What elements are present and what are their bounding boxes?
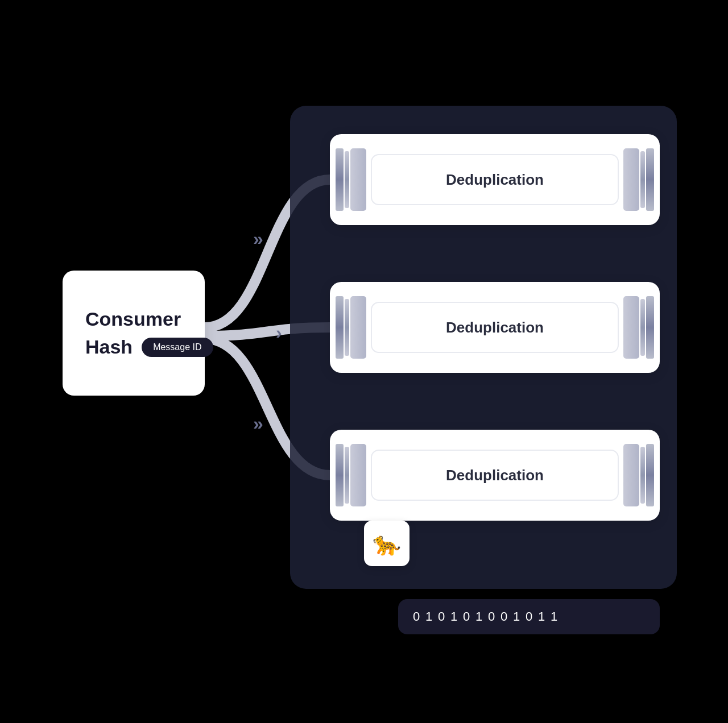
consumer-box: Consumer Hash Message ID xyxy=(63,271,205,396)
bit-2: 0 xyxy=(437,609,446,624)
svg-text:›: › xyxy=(276,322,282,343)
dumbbell-right-3 xyxy=(623,444,654,506)
queue-inner-1: Deduplication xyxy=(330,148,660,211)
bit-6: 0 xyxy=(487,609,496,624)
dedup-box-2: Deduplication xyxy=(371,302,619,353)
queue-card-3: Deduplication xyxy=(330,430,660,521)
db-body-2 xyxy=(350,296,366,359)
cheetah-icon: 🐆 xyxy=(364,521,410,566)
svg-text:»: » xyxy=(253,413,263,434)
svg-text:»: » xyxy=(253,228,263,249)
db-bar-outer-r xyxy=(646,148,654,211)
bit-9: 0 xyxy=(524,609,533,624)
dedup-box-3: Deduplication xyxy=(371,450,619,501)
db-bar-2r xyxy=(640,299,645,356)
bit-5: 1 xyxy=(474,609,483,624)
bit-8: 1 xyxy=(512,609,521,624)
hash-row: Hash Message ID xyxy=(85,336,213,358)
bit-4: 0 xyxy=(462,609,471,624)
db-bar-outer xyxy=(336,148,344,211)
bit-0: 0 xyxy=(412,609,421,624)
message-id-badge: Message ID xyxy=(142,338,213,357)
dedup-label-2: Deduplication xyxy=(446,319,544,336)
queue-card-1: Deduplication xyxy=(330,134,660,225)
dumbbell-right-1 xyxy=(623,148,654,211)
dedup-label-3: Deduplication xyxy=(446,467,544,484)
dumbbell-left-1 xyxy=(336,148,366,211)
db-bar-inner-2 xyxy=(345,299,349,356)
db-bar-3r xyxy=(640,447,645,504)
db-body-2r xyxy=(623,296,639,359)
dumbbell-left-3 xyxy=(336,444,366,506)
diagram-container: » › » Consumer Hash Message ID Deduplica… xyxy=(51,77,677,646)
dedup-label-1: Deduplication xyxy=(446,171,544,189)
db-body-r xyxy=(623,148,639,211)
db-bar-inner xyxy=(345,151,349,208)
db-bar-inner-r xyxy=(640,151,645,208)
dumbbell-right-2 xyxy=(623,296,654,359)
db-bar-outer-2 xyxy=(336,296,344,359)
bit-11: 1 xyxy=(549,609,559,624)
db-body-3r xyxy=(623,444,639,506)
binary-display: 0 1 0 1 0 1 0 0 1 0 1 1 xyxy=(412,609,559,624)
queue-inner-3: Deduplication xyxy=(330,444,660,506)
db-bar-3r-outer xyxy=(646,444,654,506)
dumbbell-left-2 xyxy=(336,296,366,359)
bit-7: 0 xyxy=(499,609,508,624)
hash-label: Hash xyxy=(85,336,133,358)
db-body-3 xyxy=(350,444,366,506)
bit-3: 1 xyxy=(449,609,458,624)
db-bar-outer-3 xyxy=(336,444,344,506)
db-bar-inner-3 xyxy=(345,447,349,504)
bit-1: 1 xyxy=(424,609,433,624)
consumer-label: Consumer xyxy=(85,308,181,330)
bit-10: 1 xyxy=(537,609,546,624)
queue-card-2: Deduplication xyxy=(330,282,660,373)
db-bar-2r-outer xyxy=(646,296,654,359)
db-body xyxy=(350,148,366,211)
tooltip-binary-card: 0 1 0 1 0 1 0 0 1 0 1 1 xyxy=(398,599,660,634)
cheetah-emoji: 🐆 xyxy=(373,530,401,557)
queue-inner-2: Deduplication xyxy=(330,296,660,359)
dedup-box-1: Deduplication xyxy=(371,154,619,205)
